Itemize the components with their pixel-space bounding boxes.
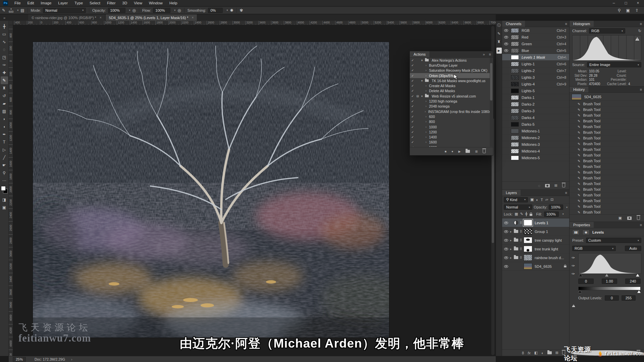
check-icon[interactable]: ✓ [410, 135, 415, 139]
tool-item[interactable]: ∿ [1, 38, 8, 46]
menu-item[interactable]: Help [166, 1, 181, 5]
action-row[interactable]: ✓ ⊟ ▾ Alex Noriega's Actions [410, 58, 490, 63]
brush-settings-panel-icon[interactable]: ✎ [497, 32, 500, 36]
channel-row[interactable]: Levels 1 Mask Ctrl+\ [502, 54, 569, 61]
menu-item[interactable]: Select [86, 1, 104, 5]
smoothing-field[interactable]: 0% [208, 8, 223, 13]
histogram-channel-select[interactable]: RGB ▾ [589, 28, 625, 34]
history-step[interactable]: ✎ Brush Tool [570, 113, 644, 118]
history-step[interactable]: ✎ Brush Tool [570, 164, 644, 170]
output-black-field[interactable]: 0 [605, 295, 619, 301]
channel-row[interactable]: Green Ctrl+4 [502, 41, 569, 47]
history-step[interactable]: ✎ Brush Tool [570, 141, 644, 147]
visibility-toggle[interactable] [503, 150, 509, 153]
new-set-icon[interactable] [466, 150, 470, 153]
panel-menu-icon[interactable]: ≡ [638, 222, 644, 228]
layer-visibility-toggle[interactable] [503, 230, 509, 233]
tool-item[interactable]: ◨ [1, 196, 8, 203]
layer-thumbnail[interactable] [524, 254, 532, 261]
search-icon[interactable]: ⚲ [618, 8, 621, 13]
new-document-from-state-icon[interactable]: ▣ [619, 216, 622, 220]
chevron-down-icon[interactable]: ▾ [566, 206, 568, 209]
menu-item[interactable]: View [130, 1, 146, 5]
menu-item[interactable]: Filter [104, 1, 119, 5]
channel-row[interactable]: Lights-1 Ctrl+6 [502, 61, 569, 67]
check-icon[interactable]: ✓ [410, 89, 415, 93]
history-step[interactable]: ✎ Brush Tool [570, 101, 644, 107]
check-icon[interactable]: ✓ [410, 120, 415, 123]
channel-row[interactable]: Darks-3 [502, 108, 569, 114]
play-icon[interactable]: ▶ [459, 150, 461, 153]
layer-thumbnail[interactable] [524, 228, 532, 235]
channel-row[interactable]: Midtones-5 [502, 155, 569, 161]
action-row[interactable]: ✓ ⊟ › Orton (30px/5%) [410, 73, 490, 78]
info-panel-icon[interactable]: ⓘ [497, 23, 501, 28]
history-step[interactable]: ✎ Brush Tool [570, 198, 644, 204]
check-icon[interactable]: ✓ [410, 110, 415, 113]
check-icon[interactable]: ✓ [410, 100, 415, 103]
close-button[interactable]: × [632, 0, 644, 6]
load-selection-icon[interactable]: ◌ [538, 184, 540, 188]
check-icon[interactable]: ✓ [410, 64, 415, 67]
action-row[interactable]: ✓ ⊟ › 2048 noriega [410, 104, 490, 109]
refresh-icon[interactable]: ↻ [638, 29, 641, 33]
visibility-toggle[interactable] [503, 69, 509, 72]
menu-item[interactable]: Edit [24, 1, 38, 5]
menu-item[interactable]: Image [37, 1, 55, 5]
actions-scrollbar[interactable] [490, 58, 493, 147]
filter-type-icon[interactable]: ▱ [545, 197, 548, 202]
menu-item[interactable]: Layer [55, 1, 71, 5]
lock-transparency-icon[interactable]: ▦ [515, 212, 518, 216]
ruler-corner[interactable] [9, 21, 13, 25]
maximize-button[interactable]: □ [620, 0, 632, 6]
levels-channel-select[interactable]: RGB ▾ [572, 246, 616, 251]
group-expander-icon[interactable]: ▸ [509, 239, 513, 242]
history-step[interactable]: ✎ Brush Tool [570, 153, 644, 158]
tool-item[interactable]: ◖ [1, 123, 8, 130]
vertical-ruler[interactable]: 4002000200400600800100012001400160018002… [9, 25, 13, 356]
expander-icon[interactable]: › [424, 146, 428, 147]
check-icon[interactable]: ✓ [410, 105, 415, 108]
channel-row[interactable]: Midtones-4 [502, 148, 569, 155]
preset-select[interactable]: Custom ▾ [586, 238, 641, 243]
brush-preset-picker[interactable]: • 600 [9, 8, 13, 13]
tool-item[interactable]: ╱ [1, 154, 8, 161]
layer-row[interactable]: ▸ 8 tree trunk light [502, 245, 569, 253]
tool-item[interactable]: ↺ [1, 92, 8, 100]
history-step[interactable]: ✎ Brush Tool [570, 175, 644, 181]
layer-visibility-toggle[interactable] [503, 248, 509, 250]
layer-row[interactable]: ▸ 8 rainbow brush d... [502, 253, 569, 262]
channel-row[interactable]: Blue Ctrl+5 [502, 47, 569, 54]
history-step[interactable]: ✎ Brush Tool [570, 204, 644, 209]
visibility-toggle[interactable] [503, 56, 509, 59]
fill-field[interactable]: 100% [544, 212, 559, 217]
channel-row[interactable]: Midtones-2 [502, 134, 569, 141]
scrollbar-thumb[interactable] [490, 63, 492, 101]
clone-source-panel-icon[interactable]: ♜ [497, 40, 501, 44]
lock-all-icon[interactable] [530, 214, 532, 216]
tool-item[interactable]: ▨ [1, 107, 8, 115]
history-step[interactable]: ✎ Brush Tool [570, 147, 644, 153]
layer-thumbnail[interactable] [524, 220, 532, 226]
black-input-field[interactable]: 0 [578, 279, 594, 284]
tool-item[interactable]: ▷ [1, 146, 8, 154]
check-icon[interactable]: ✓ [410, 59, 415, 62]
expander-icon[interactable]: › [424, 89, 428, 93]
layers-tab[interactable]: Layers [502, 190, 521, 196]
minimize-button[interactable]: – [608, 0, 620, 6]
panel-menu-icon[interactable]: ≡ [638, 21, 644, 27]
filter-type-icon[interactable]: ⊡ [550, 197, 553, 202]
check-icon[interactable]: ✓ [410, 115, 415, 118]
channels-tab[interactable]: Channels [502, 21, 525, 27]
add-mask-icon[interactable]: ◧ [534, 351, 538, 355]
channel-row[interactable]: Lights-4 Ctrl+9 [502, 81, 569, 87]
action-row[interactable]: ✓ ⊟ › 1400 [410, 134, 490, 139]
tool-item[interactable]: T [1, 138, 8, 146]
expander-icon[interactable]: › [424, 135, 428, 139]
chevron-down-icon[interactable]: ▾ [562, 213, 564, 216]
close-icon[interactable]: × [192, 16, 194, 19]
action-row[interactable]: ✓ ⊟ ▾ Web Resize v5 alexnail.com [410, 94, 490, 99]
layer-opacity-field[interactable]: 100% [549, 204, 563, 210]
check-icon[interactable]: ✓ [410, 130, 415, 134]
properties-tab[interactable]: Properties [570, 222, 594, 228]
